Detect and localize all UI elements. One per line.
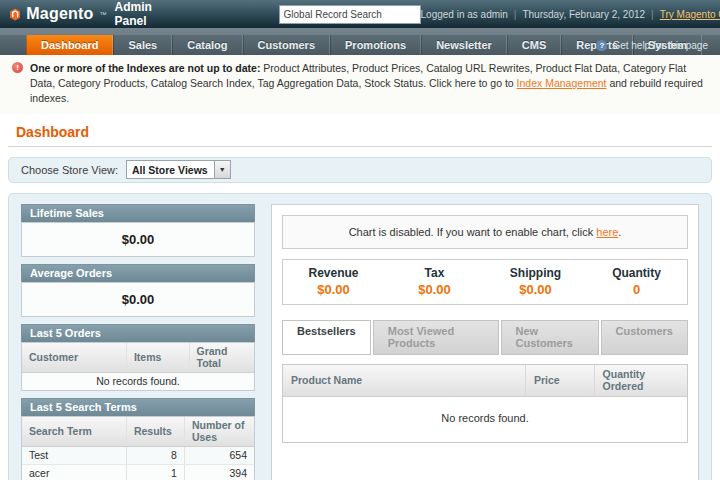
try-magento-go-link[interactable]: Try Magento Go for Free bbox=[660, 9, 720, 20]
logged-in-text: Logged in as admin bbox=[421, 9, 508, 20]
table-row[interactable]: Test 8 654 bbox=[22, 446, 254, 464]
get-help-label: Get help for this page bbox=[612, 40, 708, 51]
store-switcher-bar: Choose Store View: All Store Views ▼ bbox=[8, 157, 712, 183]
col-quantity-ordered: Quantity Ordered bbox=[594, 365, 687, 397]
last-search-terms-box: Last 5 Search Terms Search Term Results … bbox=[21, 398, 255, 480]
warning-icon: ! bbox=[12, 62, 23, 73]
chart-disabled-notice: Chart is disabled. If you want to enable… bbox=[282, 215, 688, 249]
table-row[interactable]: acer 1 394 bbox=[22, 464, 254, 480]
search-term-cell: acer bbox=[22, 464, 126, 480]
last-orders-empty: No records found. bbox=[22, 372, 254, 390]
page-title: Dashboard bbox=[16, 124, 704, 140]
chart-notice-text: Chart is disabled. If you want to enable… bbox=[349, 226, 597, 238]
tab-bestsellers[interactable]: Bestsellers bbox=[282, 320, 371, 355]
lifetime-sales-value: $0.00 bbox=[22, 223, 254, 256]
lifetime-sales-title: Lifetime Sales bbox=[21, 204, 255, 222]
tab-new-customers[interactable]: New Customers bbox=[501, 320, 599, 355]
col-search-term: Search Term bbox=[22, 417, 126, 447]
revenue-label: Revenue bbox=[283, 266, 384, 280]
logo-trademark: ™ bbox=[99, 11, 106, 18]
last-orders-table: Customer Items Grand Total No records fo… bbox=[22, 343, 254, 390]
logo-suffix: Admin Panel bbox=[114, 0, 158, 28]
current-date: Thursday, February 2, 2012 bbox=[522, 9, 645, 20]
dashboard-container: Lifetime Sales $0.00 Average Orders $0.0… bbox=[8, 193, 712, 480]
results-cell: 1 bbox=[126, 464, 184, 480]
index-management-link[interactable]: Index Management bbox=[517, 77, 607, 89]
col-price: Price bbox=[525, 365, 594, 397]
nav-item-newsletter[interactable]: Newsletter bbox=[421, 35, 507, 55]
store-view-select[interactable]: All Store Views ▼ bbox=[126, 160, 231, 179]
index-notice: ! One or more of the Indexes are not up … bbox=[0, 55, 720, 114]
chevron-down-icon: ▼ bbox=[214, 161, 230, 178]
get-help-link[interactable]: ? Get help for this page bbox=[596, 35, 708, 55]
last-orders-title: Last 5 Orders bbox=[21, 324, 255, 342]
col-number-of-uses: Number of Uses bbox=[184, 417, 254, 447]
nav-item-cms[interactable]: CMS bbox=[507, 35, 561, 55]
title-divider bbox=[8, 146, 712, 147]
tax-label: Tax bbox=[384, 266, 485, 280]
nav-item-customers[interactable]: Customers bbox=[243, 35, 330, 55]
bestsellers-grid: Product Name Price Quantity Ordered No r… bbox=[282, 364, 688, 443]
store-view-label: Choose Store View: bbox=[21, 164, 118, 176]
nav-item-catalog[interactable]: Catalog bbox=[172, 35, 242, 55]
last-search-terms-table: Search Term Results Number of Uses Test … bbox=[22, 417, 254, 480]
last-orders-box: Last 5 Orders Customer Items Grand Total… bbox=[21, 324, 255, 391]
last-search-terms-rows: Test 8 654 acer 1 394 bbox=[22, 446, 254, 480]
total-tax: Tax $0.00 bbox=[384, 266, 485, 297]
average-orders-title: Average Orders bbox=[21, 264, 255, 282]
search-term-cell: Test bbox=[22, 446, 126, 464]
magento-logo-icon bbox=[10, 5, 20, 24]
last-search-terms-title: Last 5 Search Terms bbox=[21, 398, 255, 416]
average-orders-box: Average Orders $0.00 bbox=[21, 264, 255, 317]
col-customer: Customer bbox=[22, 343, 126, 373]
totals-bar: Revenue $0.00 Tax $0.00 Shipping $0.00 Q… bbox=[282, 259, 688, 305]
store-view-value: All Store Views bbox=[127, 164, 214, 176]
nav-item-sales[interactable]: Sales bbox=[113, 35, 172, 55]
col-results: Results bbox=[126, 417, 184, 447]
quantity-label: Quantity bbox=[586, 266, 687, 280]
dashboard-left-column: Lifetime Sales $0.00 Average Orders $0.0… bbox=[21, 204, 255, 480]
nav-item-dashboard[interactable]: Dashboard bbox=[26, 35, 113, 55]
global-search-input[interactable] bbox=[279, 5, 421, 24]
enable-chart-link[interactable]: here bbox=[596, 226, 618, 238]
logo-text: Magento bbox=[26, 5, 93, 23]
bestsellers-empty: No records found. bbox=[283, 396, 687, 442]
col-items: Items bbox=[126, 343, 189, 373]
notice-lead: One or more of the Indexes are not up to… bbox=[30, 62, 260, 74]
header-separator: | bbox=[514, 9, 517, 20]
dashboard-tabs: Bestsellers Most Viewed Products New Cus… bbox=[282, 320, 688, 355]
col-product-name: Product Name bbox=[283, 365, 525, 397]
total-shipping: Shipping $0.00 bbox=[485, 266, 586, 297]
help-icon: ? bbox=[596, 40, 607, 51]
chart-notice-tail: . bbox=[618, 226, 621, 238]
tax-value: $0.00 bbox=[384, 282, 485, 297]
total-quantity: Quantity 0 bbox=[586, 266, 687, 297]
uses-cell: 654 bbox=[184, 446, 254, 464]
results-cell: 8 bbox=[126, 446, 184, 464]
tab-most-viewed-products[interactable]: Most Viewed Products bbox=[373, 320, 499, 355]
magento-logo: Magento™ Admin Panel bbox=[10, 0, 159, 28]
revenue-value: $0.00 bbox=[283, 282, 384, 297]
shipping-label: Shipping bbox=[485, 266, 586, 280]
lifetime-sales-box: Lifetime Sales $0.00 bbox=[21, 204, 255, 257]
average-orders-value: $0.00 bbox=[22, 283, 254, 316]
tab-customers[interactable]: Customers bbox=[601, 320, 688, 355]
main-navbar: Dashboard Sales Catalog Customers Promot… bbox=[0, 28, 720, 55]
dashboard-right-panel: Chart is disabled. If you want to enable… bbox=[271, 204, 699, 480]
top-header: Magento™ Admin Panel Logged in as admin … bbox=[0, 0, 720, 28]
col-grand-total: Grand Total bbox=[189, 343, 254, 373]
header-separator: | bbox=[651, 9, 654, 20]
nav-item-promotions[interactable]: Promotions bbox=[330, 35, 421, 55]
header-right: Logged in as admin | Thursday, February … bbox=[421, 9, 720, 20]
total-revenue: Revenue $0.00 bbox=[283, 266, 384, 297]
shipping-value: $0.00 bbox=[485, 282, 586, 297]
uses-cell: 394 bbox=[184, 464, 254, 480]
quantity-value: 0 bbox=[586, 282, 687, 297]
